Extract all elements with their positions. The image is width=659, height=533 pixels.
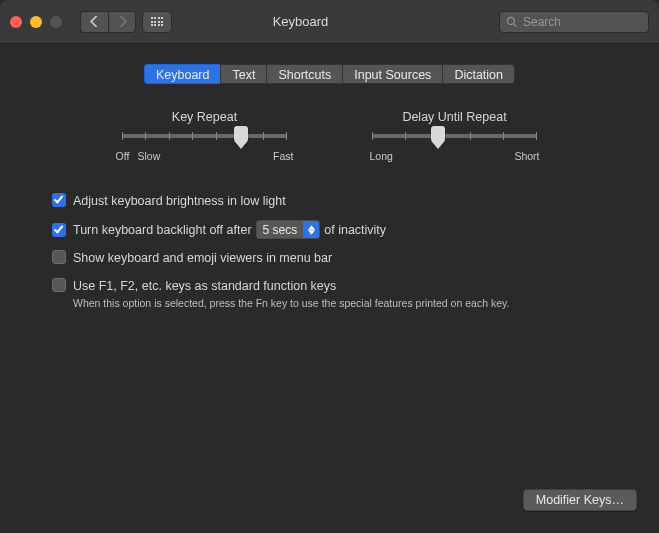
- option-emoji-viewer: Show keyboard and emoji viewers in menu …: [52, 249, 607, 267]
- sliders-row: Key Repeat Off Slow Fast Delay Until Rep…: [0, 110, 659, 162]
- fnkeys-label: Use F1, F2, etc. keys as standard functi…: [73, 277, 336, 295]
- backlight-checkbox[interactable]: [52, 223, 66, 237]
- fnkeys-subtext: When this option is selected, press the …: [73, 297, 607, 309]
- delay-slider[interactable]: [372, 134, 537, 138]
- search-input[interactable]: Search: [499, 11, 649, 33]
- key-repeat-fast-label: Fast: [273, 150, 293, 162]
- emoji-checkbox[interactable]: [52, 250, 66, 264]
- tab-input-sources[interactable]: Input Sources: [342, 64, 442, 84]
- emoji-label: Show keyboard and emoji viewers in menu …: [73, 249, 332, 267]
- content-area: Keyboard Text Shortcuts Input Sources Di…: [0, 44, 659, 309]
- options-list: Adjust keyboard brightness in low light …: [52, 192, 607, 309]
- window-title: Keyboard: [102, 14, 499, 29]
- search-icon: [506, 16, 518, 28]
- close-icon[interactable]: [10, 16, 22, 28]
- modifier-keys-button[interactable]: Modifier Keys…: [523, 489, 637, 511]
- delay-thumb[interactable]: [431, 126, 445, 144]
- key-repeat-slow-label: Slow: [138, 150, 161, 162]
- option-backlight-off: Turn keyboard backlight off after 5 secs…: [52, 220, 607, 239]
- brightness-label: Adjust keyboard brightness in low light: [73, 192, 286, 210]
- maximize-icon: [50, 16, 62, 28]
- fnkeys-checkbox[interactable]: [52, 278, 66, 292]
- tab-bar: Keyboard Text Shortcuts Input Sources Di…: [0, 64, 659, 84]
- option-brightness: Adjust keyboard brightness in low light: [52, 192, 607, 210]
- delay-long-label: Long: [370, 150, 393, 162]
- key-repeat-off-label: Off: [116, 150, 130, 162]
- key-repeat-thumb[interactable]: [234, 126, 248, 144]
- key-repeat-slider[interactable]: [122, 134, 287, 138]
- minimize-icon[interactable]: [30, 16, 42, 28]
- delay-short-label: Short: [514, 150, 539, 162]
- delay-title: Delay Until Repeat: [370, 110, 540, 124]
- search-placeholder: Search: [523, 15, 561, 29]
- tab-dictation[interactable]: Dictation: [442, 64, 515, 84]
- key-repeat-block: Key Repeat Off Slow Fast: [120, 110, 290, 162]
- delay-block: Delay Until Repeat Long Short: [370, 110, 540, 162]
- tab-keyboard[interactable]: Keyboard: [144, 64, 221, 84]
- delay-labels: Long Short: [370, 150, 540, 162]
- backlight-label-before: Turn keyboard backlight off after: [73, 221, 252, 239]
- backlight-label-after: of inactivity: [324, 221, 386, 239]
- key-repeat-title: Key Repeat: [120, 110, 290, 124]
- tab-shortcuts[interactable]: Shortcuts: [266, 64, 342, 84]
- backlight-timeout-select[interactable]: 5 secs: [256, 220, 321, 239]
- option-fn-keys: Use F1, F2, etc. keys as standard functi…: [52, 277, 607, 295]
- stepper-icon: [303, 221, 319, 238]
- backlight-timeout-value: 5 secs: [257, 221, 304, 239]
- tab-text[interactable]: Text: [220, 64, 266, 84]
- window-controls: [10, 16, 62, 28]
- brightness-checkbox[interactable]: [52, 193, 66, 207]
- titlebar: Keyboard Search: [0, 0, 659, 44]
